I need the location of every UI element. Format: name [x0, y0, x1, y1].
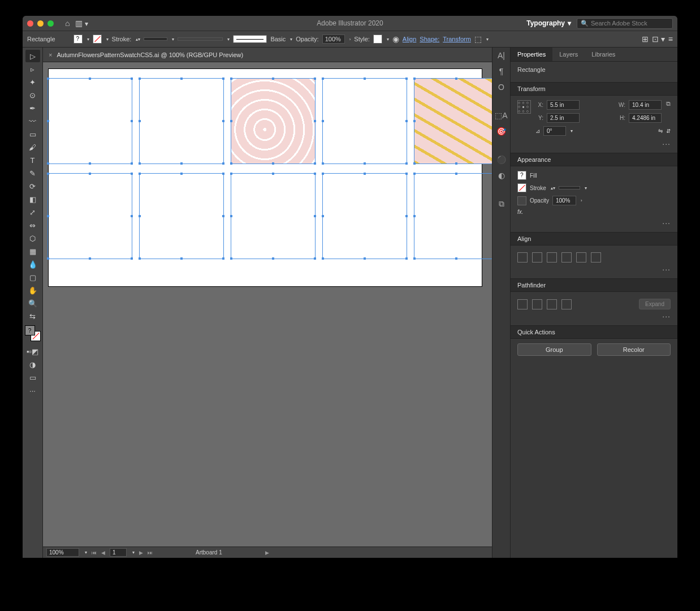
expand-button[interactable]: Expand [639, 299, 671, 309]
swatches-panel-icon[interactable]: ◐ [498, 171, 505, 180]
fill-swatch-panel[interactable] [517, 171, 526, 180]
workspace-switcher[interactable]: Typography ▾ [526, 19, 571, 27]
minimize-window-button[interactable] [37, 20, 44, 27]
variable-width-profile[interactable] [178, 37, 223, 41]
fx-icon[interactable]: fx. [517, 209, 524, 215]
panel-menu-icon[interactable]: ≡ [668, 35, 673, 44]
maximize-window-button[interactable] [47, 20, 54, 27]
stroke-weight-field-panel[interactable] [559, 186, 580, 190]
zoom-field[interactable]: 100% [46, 548, 79, 557]
pattern-swatch-1[interactable] [47, 78, 132, 164]
stroke-dropdown[interactable]: ▾ [106, 37, 109, 42]
screen-mode-icon[interactable]: ▭ [25, 371, 40, 384]
stroke-weight-field[interactable] [144, 37, 167, 41]
width-tool[interactable]: ⇔ [25, 219, 40, 231]
align-bottom-icon[interactable] [591, 252, 601, 263]
glyphs-panel-icon[interactable]: ⬚A [495, 111, 507, 120]
direct-selection-tool[interactable]: ▹ [25, 63, 40, 75]
opentype-panel-icon[interactable]: O [498, 83, 504, 92]
h-field[interactable] [629, 113, 662, 123]
intersect-icon[interactable] [547, 299, 557, 309]
exclude-icon[interactable] [561, 299, 572, 309]
character-panel-icon[interactable]: A| [498, 51, 505, 60]
type-tool[interactable]: T [25, 154, 40, 166]
symbols-panel-icon[interactable]: ⧉ [499, 199, 504, 209]
paragraph-panel-icon[interactable]: ¶ [499, 67, 504, 76]
canvas[interactable] [43, 62, 492, 547]
fill-stroke-indicator[interactable]: ? [25, 325, 41, 341]
color-mode-row[interactable]: ▪▫◩ [25, 345, 40, 358]
transform-more-icon[interactable]: ··· [662, 139, 671, 148]
fill-indicator[interactable]: ? [25, 325, 35, 335]
align-right-icon[interactable] [547, 252, 557, 263]
lasso-tool[interactable]: ⊙ [25, 89, 40, 101]
brush-definition[interactable] [233, 35, 267, 43]
zoom-tool[interactable]: 🔍 [25, 297, 40, 309]
curvature-tool[interactable]: 〰 [25, 115, 40, 127]
arrange-docs-icon[interactable]: ▥ ▾ [75, 19, 88, 28]
align-link[interactable]: Align [403, 36, 416, 42]
vwp-dd[interactable]: ▾ [227, 37, 230, 42]
minus-front-icon[interactable] [532, 299, 542, 309]
eraser-tool[interactable]: ◧ [25, 193, 40, 205]
align-left-icon[interactable] [517, 252, 528, 263]
toggle-fill-stroke-tool[interactable]: ⇆ [25, 310, 40, 322]
rotation-field[interactable] [543, 126, 566, 136]
home-icon[interactable]: ⌂ [65, 19, 70, 28]
stroke-swatch[interactable] [93, 35, 102, 44]
pathfinder-more-icon[interactable]: ··· [662, 312, 671, 321]
pattern-swatch-5[interactable] [414, 78, 492, 164]
lock-aspect-icon[interactable]: ⧉ [666, 100, 671, 107]
pattern-swatch-10[interactable] [414, 173, 492, 259]
prev-artboard-button[interactable]: ◀ [101, 550, 105, 556]
shape-builder-tool[interactable]: ⬡ [25, 232, 40, 244]
zoom-dd[interactable]: ▾ [85, 550, 87, 555]
flip-horizontal-icon[interactable]: ⇋ [658, 128, 663, 134]
opacity-field[interactable]: 100% [322, 35, 345, 44]
align-more-icon[interactable]: ··· [662, 265, 671, 274]
status-arrow[interactable]: ▶ [265, 550, 269, 556]
stroke-swatch-panel[interactable] [517, 183, 526, 192]
close-window-button[interactable] [27, 20, 33, 27]
fill-dropdown[interactable]: ▾ [87, 37, 89, 42]
tab-layers[interactable]: Layers [552, 48, 585, 61]
isolate-dd[interactable]: ▾ [486, 37, 489, 42]
paintbrush-tool[interactable]: 🖌 [25, 141, 40, 153]
stroke-weight-dd[interactable]: ▾ [172, 37, 174, 42]
eyedropper-tool[interactable]: 💧 [25, 258, 40, 270]
appearance-more-icon[interactable]: ··· [662, 218, 671, 227]
stroke-weight-stepper-panel[interactable]: ▴▾ [551, 186, 555, 191]
rotation-dd[interactable]: ▾ [571, 128, 573, 134]
artboard-num-field[interactable]: 1 [110, 548, 127, 557]
stroke-weight-stepper[interactable]: ▴▾ [136, 37, 140, 42]
selection-tool[interactable]: ▷ [25, 50, 40, 62]
last-artboard-button[interactable]: ⏭ [148, 550, 153, 556]
align-hcenter-icon[interactable] [532, 252, 542, 263]
align-top-icon[interactable] [561, 252, 572, 263]
recolor-button[interactable]: Recolor [597, 343, 671, 356]
tab-libraries[interactable]: Libraries [585, 48, 622, 61]
recolor-artwork-icon[interactable]: ◉ [392, 35, 399, 44]
next-artboard-button[interactable]: ▶ [139, 550, 143, 556]
draw-mode-icon[interactable]: ◑ [25, 358, 40, 371]
transform-link[interactable]: Transform [443, 36, 471, 42]
x-field[interactable] [547, 100, 580, 110]
fill-swatch[interactable] [74, 35, 83, 44]
style-dd[interactable]: ▾ [387, 37, 389, 42]
flip-vertical-icon[interactable]: ⇵ [666, 128, 671, 134]
y-field[interactable] [547, 113, 580, 123]
file-tab[interactable]: × AutumnFlowersPatternSwatchCS5.ai @ 100… [43, 48, 492, 62]
artboard-tool[interactable]: ▢ [25, 271, 40, 283]
opacity-field-panel[interactable]: 100% [552, 196, 576, 205]
rotate-tool[interactable]: ⟳ [25, 180, 40, 192]
gradient-tool[interactable]: ▦ [25, 245, 40, 257]
pattern-swatch-8[interactable] [231, 173, 316, 259]
doc-setup-icon[interactable]: ⊞ [642, 35, 649, 44]
scale-tool[interactable]: ⤢ [25, 206, 40, 218]
shape-link[interactable]: Shape: [420, 36, 439, 42]
pattern-swatch-2[interactable] [139, 78, 224, 164]
style-swatch[interactable] [373, 35, 382, 44]
first-artboard-button[interactable]: ⏮ [92, 550, 97, 556]
opacity-swatch-panel[interactable] [517, 196, 526, 205]
pattern-swatch-4[interactable] [322, 78, 407, 164]
